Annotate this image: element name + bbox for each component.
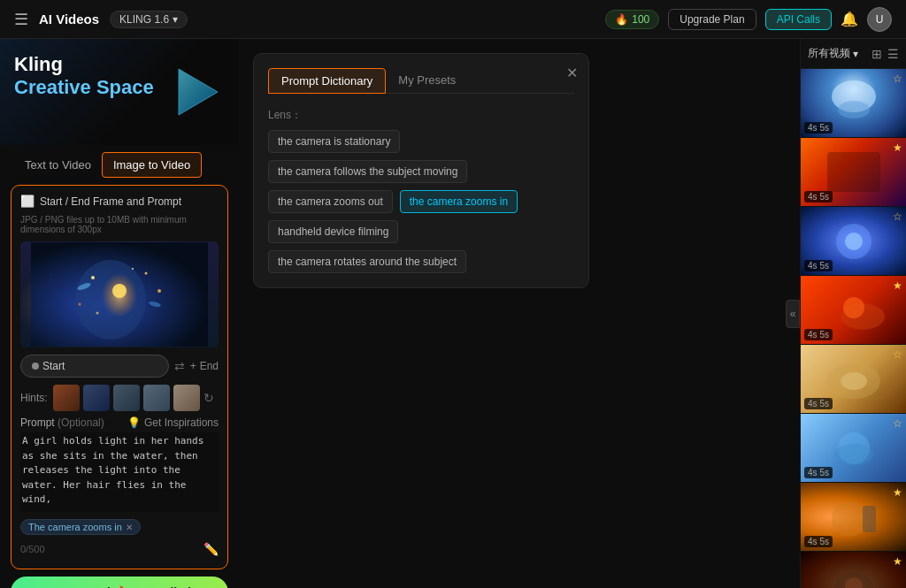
star-icon-4[interactable]: ★	[893, 279, 902, 292]
star-icon-5[interactable]: ☆	[893, 348, 902, 361]
list-view-icon[interactable]: ☰	[887, 47, 899, 61]
svg-point-18	[845, 233, 863, 250]
prompt-input[interactable]	[20, 432, 219, 512]
svg-marker-0	[179, 69, 218, 115]
nav-left: ☰ AI Videos KLING 1.6 ▾	[14, 10, 188, 29]
hint-thumb-3[interactable]	[113, 385, 140, 411]
video-thumb-8[interactable]: 1s5s ★	[801, 552, 906, 588]
svg-point-10	[96, 312, 99, 315]
prompt-label-text: Prompt (Optional)	[20, 416, 104, 429]
hint-thumb-1[interactable]	[53, 385, 80, 411]
video-thumb-4[interactable]: 4s5s ★	[801, 276, 906, 345]
swap-icon[interactable]: ⇄	[174, 359, 185, 373]
hero-section: Kling Creative Space	[0, 39, 239, 145]
credits-badge: 🔥 100	[605, 10, 659, 29]
start-end-row: Start ⇄ + End	[20, 355, 219, 378]
star-icon-6[interactable]: ☆	[893, 417, 902, 430]
dict-close-button[interactable]: ✕	[566, 65, 578, 81]
video-thumb-1[interactable]: 4s5s ☆	[801, 69, 906, 138]
tag-label: The camera zooms in	[28, 522, 122, 532]
hint-thumb-2[interactable]	[83, 385, 110, 411]
nav-right: 🔥 100 Upgrade Plan API Calls 🔔 U	[605, 7, 892, 32]
thumb-badge-1: 4s5s	[804, 122, 833, 134]
end-label: End	[200, 360, 219, 372]
lens-tag-3[interactable]: the camera zooms in	[400, 190, 518, 213]
tab-image-to-video[interactable]: Image to Video	[102, 152, 202, 178]
upgrade-button[interactable]: Upgrade Plan	[668, 9, 756, 30]
frame-subtitle: JPG / PNG files up to 10MB with minimum …	[20, 215, 219, 234]
lens-tag-2[interactable]: the camera zooms out	[268, 190, 393, 213]
tab-prompt-dictionary[interactable]: Prompt Dictionary	[268, 68, 386, 94]
right-panel-header: 所有视频 ▾ ⊞ ☰	[801, 39, 906, 69]
thumb-badge-7: 4s5s	[804, 536, 833, 547]
get-inspirations-button[interactable]: 💡 Get Inspirations	[127, 416, 219, 429]
enhance-icon[interactable]: ✏️	[203, 542, 219, 556]
hint-thumb-4[interactable]	[143, 385, 170, 411]
prompt-label-row: Prompt (Optional) 💡 Get Inspirations	[20, 416, 219, 429]
right-panel: 所有视频 ▾ ⊞ ☰ 4s5s ☆	[800, 39, 906, 588]
start-button[interactable]: Start	[20, 355, 169, 378]
grid-view-icon[interactable]: ⊞	[871, 47, 882, 61]
hero-play-icon	[172, 65, 225, 118]
frame-section-title: ⬜ Start / End Frame and Prompt	[20, 195, 219, 208]
char-count-row: 0/500 ✏️	[20, 538, 219, 560]
version-selector[interactable]: KLING 1.6 ▾	[110, 11, 188, 28]
refresh-icon[interactable]: ↻	[203, 391, 214, 405]
tag-row: The camera zooms in ✕	[20, 519, 219, 535]
image-preview[interactable]	[20, 241, 219, 347]
camera-zoom-tag[interactable]: The camera zooms in ✕	[20, 519, 141, 535]
version-label: KLING 1.6	[119, 13, 169, 26]
right-panel-icons: ⊞ ☰	[871, 47, 899, 61]
star-icon-1[interactable]: ☆	[893, 73, 902, 85]
svg-point-20	[843, 297, 864, 318]
video-thumb-6[interactable]: 4s5s ☆	[801, 414, 906, 483]
svg-point-9	[132, 268, 134, 270]
tab-my-presets[interactable]: My Presets	[386, 68, 468, 94]
char-count: 0/500	[20, 544, 45, 554]
svg-point-8	[157, 289, 161, 293]
hero-title-line2: Creative Space	[14, 76, 154, 98]
credits-count: 100	[632, 13, 649, 26]
video-thumb-7[interactable]: 4s5s ★	[801, 483, 906, 552]
tag-remove-icon[interactable]: ✕	[126, 523, 133, 532]
collapse-panel-button[interactable]: «	[786, 300, 800, 328]
notification-icon[interactable]: 🔔	[841, 11, 858, 27]
star-icon-7[interactable]: ★	[893, 486, 902, 499]
video-thumb-5[interactable]: 4s5s ☆	[801, 345, 906, 414]
start-dot	[32, 363, 39, 370]
left-panel: Kling Creative Space Text to Video I	[0, 39, 239, 588]
video-list: 4s5s ☆ 4s5s ★ 4s5s ☆	[801, 69, 906, 588]
video-thumb-3[interactable]: 4s5s ☆	[801, 207, 906, 276]
prompt-dictionary-modal: Prompt Dictionary My Presets ✕ Lens： the…	[253, 53, 589, 288]
thumb-badge-5: 4s5s	[804, 398, 833, 409]
star-icon-3[interactable]: ☆	[893, 210, 902, 223]
top-navigation: ☰ AI Videos KLING 1.6 ▾ 🔥 100 Upgrade Pl…	[0, 0, 906, 39]
lens-tag-0[interactable]: the camera is stationary	[268, 130, 400, 153]
lens-tag-4[interactable]: handheld device filming	[268, 220, 398, 243]
plus-icon: +	[190, 360, 196, 372]
all-videos-selector[interactable]: 所有视频 ▾	[808, 46, 858, 61]
star-icon-2[interactable]: ★	[893, 141, 902, 154]
svg-point-24	[834, 444, 873, 465]
lens-tag-5[interactable]: the camera rotates around the subject	[268, 250, 466, 273]
avatar[interactable]: U	[867, 7, 892, 32]
main-layout: Kling Creative Space Text to Video I	[0, 39, 906, 588]
tab-text-to-video[interactable]: Text to Video	[14, 152, 102, 178]
generate-button[interactable]: Generate ( 🔥 20Credits)	[11, 577, 228, 588]
thumb-badge-4: 4s5s	[804, 329, 833, 340]
add-end-button[interactable]: + End	[190, 360, 219, 372]
hamburger-icon[interactable]: ☰	[14, 10, 28, 29]
thumb-badge-3: 4s5s	[804, 260, 833, 271]
api-calls-button[interactable]: API Calls	[765, 9, 832, 30]
lens-tag-1[interactable]: the camera follows the subject moving	[268, 160, 467, 183]
star-icon-8[interactable]: ★	[893, 555, 902, 568]
video-thumb-2[interactable]: 4s5s ★	[801, 138, 906, 207]
svg-point-14	[838, 101, 870, 118]
lens-label: Lens：	[268, 108, 574, 123]
start-label: Start	[42, 360, 65, 372]
svg-rect-26	[863, 506, 876, 532]
hints-label: Hints:	[20, 392, 48, 404]
hint-thumb-5[interactable]	[173, 385, 200, 411]
lens-tags: the camera is stationary the camera foll…	[268, 130, 574, 273]
thumb-badge-2: 4s5s	[804, 191, 833, 202]
